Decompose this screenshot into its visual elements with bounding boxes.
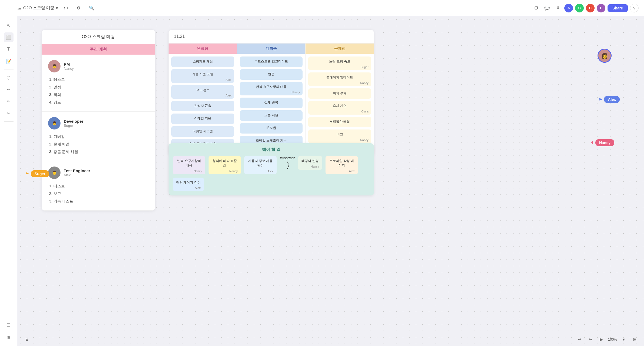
kanban-cards-issue: 느린 로딩 속도 Suger 홈페이지 업데이트 Nancy 회의 부재 출시 … <box>306 54 374 146</box>
card-plan-6[interactable]: IE지원 <box>240 123 303 134</box>
nancy-cursor-label: Nancy <box>595 139 614 146</box>
card-issue-3[interactable]: 회의 부재 <box>308 88 371 99</box>
card-issue-4[interactable]: 출시 지연 Clara <box>308 101 371 115</box>
test-task-1: 1. 테스트 <box>49 182 149 190</box>
todo-card-4-label: 배경색 변경 <box>301 159 319 163</box>
nancy-cursor-arrow <box>590 141 594 145</box>
alex-cursor-bubble: Alex <box>599 96 620 103</box>
avatar-c2[interactable]: C <box>586 4 595 12</box>
card-done-5[interactable]: 이메일 지원 <box>171 114 234 124</box>
right-panel: 11.21 완료됨 쇼핑카드 개선 기술 지원 포털 Alex 코드 검토 <box>169 30 374 155</box>
card-done-3[interactable]: 코드 검토 Alex <box>171 85 234 99</box>
test-engineer-avatar-image: 👨 <box>48 167 61 179</box>
todo-card-1-label: 반복 요구사항의 내용 <box>176 159 202 168</box>
card-plan-2[interactable]: 반응 <box>240 69 303 80</box>
suger-cursor-arrow <box>25 172 30 176</box>
download-icon[interactable]: ⬇ <box>554 4 562 12</box>
zoom-dropdown-icon[interactable]: ▾ <box>620 335 628 343</box>
card-done-6[interactable]: 티켓팅 시스템 <box>171 126 234 137</box>
share-button[interactable]: Share <box>608 4 628 12</box>
card-issue-2-label: 홈페이지 업데이트 <box>311 75 368 80</box>
sidebar-component-icon[interactable]: ⬡ <box>4 73 14 82</box>
pm-task-4: 4. 검토 <box>49 98 149 106</box>
todo-card-6-label: 랜딩 페이지 작성 <box>176 180 201 185</box>
kanban-columns: 완료됨 쇼핑카드 개선 기술 지원 포털 Alex 코드 검토 Alex <box>169 43 374 155</box>
left-panel-title: O2O 스크럼 미팅 <box>42 30 155 44</box>
card-issue-1[interactable]: 느린 로딩 속도 Suger <box>308 56 371 70</box>
todo-card-4-assignee: Nancy <box>301 165 319 168</box>
sidebar-text-icon[interactable]: T <box>4 44 14 54</box>
left-panel: O2O 스크럼 미팅 주간 계획 👩 PM Nancy 1. 테스트 2. 일정… <box>42 30 155 211</box>
pm-avatar: 👩 <box>48 60 61 72</box>
card-plan-4[interactable]: 설계 반복 <box>240 98 303 108</box>
screen-icon[interactable]: 🖥 <box>23 335 31 343</box>
card-plan-5[interactable]: 크롬 지원 <box>240 110 303 121</box>
card-done-2[interactable]: 기술 지원 포털 Alex <box>171 69 234 83</box>
card-done-1[interactable]: 쇼핑카드 개선 <box>171 56 234 67</box>
back-button[interactable]: ← <box>5 4 14 12</box>
pm-task-3: 3. 회의 <box>49 91 149 98</box>
avatar-a[interactable]: A <box>564 4 573 12</box>
sidebar-list-icon[interactable]: ☰ <box>4 320 14 330</box>
todo-card-5-label: 트로파일 작성 페이지 <box>329 159 355 168</box>
avatar-l[interactable]: L <box>597 4 605 12</box>
todo-card-4[interactable]: 배경색 변경 Nancy <box>298 156 322 170</box>
avatar-c1[interactable]: C <box>575 4 584 12</box>
developer-avatar: 👨 <box>48 117 61 129</box>
nancy-cursor-bubble: Nancy <box>590 139 614 146</box>
todo-card-3-label: 사용자 정보 자동 완성 <box>247 159 273 168</box>
tag-icon[interactable]: 🏷 <box>61 4 70 12</box>
sidebar-divider2 <box>4 121 14 122</box>
card-issue-5[interactable]: 부적절한 배열 <box>308 117 371 127</box>
sidebar-cursor-icon[interactable]: ↖ <box>4 21 14 30</box>
canvas[interactable]: O2O 스크럼 미팅 주간 계획 👩 PM Nancy 1. 테스트 2. 일정… <box>17 16 644 346</box>
todo-card-6[interactable]: 랜딩 페이지 작성 Alex <box>173 178 204 191</box>
sidebar-eraser-icon[interactable]: ✏ <box>4 97 14 106</box>
play-button[interactable]: ▶ <box>597 335 605 343</box>
test-engineer-section: 👨 Test Engineer Alex 1. 테스트 2. 보고 3. 기능 … <box>42 161 155 211</box>
kanban-header-done: 완료됨 <box>169 44 237 54</box>
sidebar-frame-icon[interactable]: ⬜ <box>4 32 14 42</box>
test-engineer-role: Test Engineer <box>64 168 90 173</box>
card-plan-7-label: 모바일 스케줄링 기능 <box>243 138 300 143</box>
card-plan-3[interactable]: 반복 요구사항의 내용 Nancy <box>240 82 303 96</box>
todo-card-6-assignee: Alex <box>176 186 201 189</box>
settings-icon[interactable]: ⚙ <box>74 4 83 12</box>
comment-icon[interactable]: 💬 <box>543 4 551 12</box>
help-button[interactable]: ? <box>630 4 639 12</box>
layout-icon[interactable]: ⊞ <box>630 335 639 343</box>
todo-cards: 반복 요구사항의 내용 Nancy 형식에 따라 표준화 Nancy 사용자 정… <box>169 156 374 191</box>
developer-info: Developer Suger <box>64 119 83 128</box>
kanban-col-done: 완료됨 쇼핑카드 개선 기술 지원 포털 Alex 코드 검토 Alex <box>169 44 237 155</box>
todo-card-5[interactable]: 트로파일 작성 페이지 Alex <box>326 156 358 174</box>
project-title[interactable]: ☁ O2O 스크럼 미팅 ▾ <box>17 5 58 11</box>
svg-marker-3 <box>26 172 29 174</box>
suger-cursor-bubble: Suger <box>25 170 49 177</box>
card-issue-2[interactable]: 홈페이지 업데이트 Nancy <box>308 72 371 86</box>
card-plan-6-label: IE지원 <box>243 126 300 130</box>
card-issue-6[interactable]: 버그 Nancy <box>308 129 371 143</box>
redo-button[interactable]: ↪ <box>586 335 595 343</box>
card-done-4[interactable]: 관리자 콘솔 <box>171 101 234 111</box>
todo-card-2-assignee: Nancy <box>212 169 238 173</box>
todo-card-3[interactable]: 사용자 정보 자동 완성 Alex <box>244 156 277 174</box>
developer-role: Developer <box>64 119 83 124</box>
sidebar-scissors-icon[interactable]: ✂ <box>4 108 14 118</box>
card-done-3-label: 코드 검토 <box>174 88 232 92</box>
test-engineer-header: 👨 Test Engineer Alex <box>48 167 149 179</box>
card-plan-1[interactable]: 부트스트랩 업그레이드 <box>240 56 303 67</box>
sidebar-pen-icon[interactable]: ✒ <box>4 85 14 94</box>
todo-card-2[interactable]: 형식에 따라 표준화 Nancy <box>209 156 241 174</box>
developer-name: Suger <box>64 124 83 128</box>
developer-task-3: 3. 충돌 문제 해결 <box>49 148 149 155</box>
kanban-cards-planning: 부트스트랩 업그레이드 반응 반복 요구사항의 내용 Nancy 설계 반복 <box>237 54 306 152</box>
timer-icon[interactable]: ⏱ <box>532 4 541 12</box>
sidebar-sticky-icon[interactable]: 📝 <box>4 56 14 66</box>
todo-card-1[interactable]: 반복 요구사항의 내용 Nancy <box>173 156 205 174</box>
undo-button[interactable]: ↩ <box>576 335 584 343</box>
search-icon[interactable]: 🔍 <box>87 4 96 12</box>
sidebar-monitor-icon[interactable]: 🖥 <box>4 333 14 343</box>
left-panel-column-header: 주간 계획 <box>42 44 155 55</box>
left-sidebar: ↖ ⬜ T 📝 ⬡ ✒ ✏ ✂ ☰ ··· 🖥 <box>0 16 17 346</box>
card-plan-3-label: 반복 요구사항의 내용 <box>243 85 300 89</box>
